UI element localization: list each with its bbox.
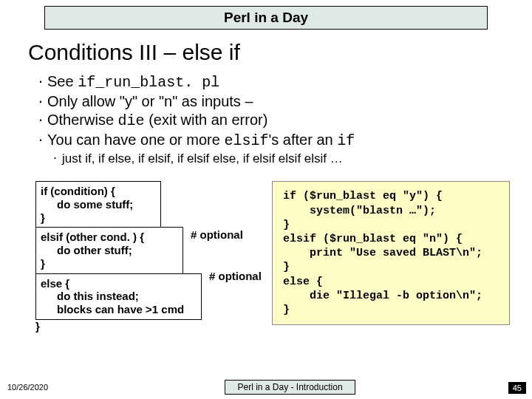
sub-bullet-text: just if, if else, if elsif, if elsif els…: [62, 151, 343, 166]
inline-code: die: [118, 112, 145, 129]
optional-label: # optional: [209, 270, 262, 283]
pseudo-line: do this instead;: [41, 290, 197, 303]
bullet-item: See if_run_blast. pl: [38, 72, 532, 92]
bullet-list: See if_run_blast. pl Only allow "y" or "…: [38, 72, 532, 150]
pseudo-line: blocks can have >1 cmd: [41, 303, 197, 316]
content-columns: if (condition) { do some stuff; } elsif …: [0, 181, 532, 332]
bullet-item: Only allow "y" or "n" as inputs –: [38, 92, 532, 112]
code-example: if ($run_blast eq "y") { system("blastn …: [272, 181, 510, 325]
bullet-text: Only allow "y" or "n" as inputs –: [47, 93, 253, 109]
pseudo-line: do other stuff;: [41, 244, 178, 257]
pseudocode-box: elsif (other cond. ) { do other stuff; }: [35, 227, 183, 273]
pseudocode-box: if (condition) { do some stuff; }: [35, 181, 161, 228]
sub-bullet-item: just if, if else, if elsif, if elsif els…: [53, 151, 532, 166]
bullet-item: Otherwise die (exit with an error): [38, 111, 532, 131]
pseudocode-box: else { do this instead; blocks can have …: [35, 273, 202, 320]
slide-heading: Conditions III – else if: [28, 40, 532, 65]
bullet-text: Otherwise: [47, 112, 118, 128]
pseudo-line: }: [41, 257, 45, 270]
pseudo-line: elsif (other cond. ) {: [41, 231, 144, 243]
bullet-text: 's after an: [268, 132, 337, 148]
footer-date: 10/26/2020: [7, 383, 48, 392]
inline-code: elsif: [224, 132, 268, 149]
pseudo-line: do some stuff;: [41, 198, 156, 211]
optional-label: # optional: [191, 228, 243, 242]
inline-code: if: [337, 132, 355, 149]
footer-page: 45: [508, 382, 526, 394]
bullet-item: You can have one or more elsif's after a…: [38, 131, 532, 151]
sub-bullet-list: just if, if else, if elsif, if elsif els…: [53, 151, 532, 166]
pseudo-line: else {: [41, 277, 69, 290]
footer-center: Perl in a Day - Introduction: [225, 380, 355, 395]
pseudo-line: }: [35, 320, 40, 332]
bullet-text: See: [47, 73, 78, 89]
pseudo-line: if (condition) {: [41, 185, 115, 197]
bullet-text: You can have one or more: [47, 132, 224, 148]
pseudo-line: }: [41, 211, 45, 224]
inline-code: if_run_blast. pl: [78, 74, 219, 91]
bullet-text: (exit with an error): [145, 112, 268, 128]
footer: 10/26/2020 Perl in a Day - Introduction …: [0, 380, 532, 395]
title-bar: Perl in a Day: [44, 6, 488, 30]
pseudocode-block: if (condition) { do some stuff; } elsif …: [35, 181, 265, 332]
